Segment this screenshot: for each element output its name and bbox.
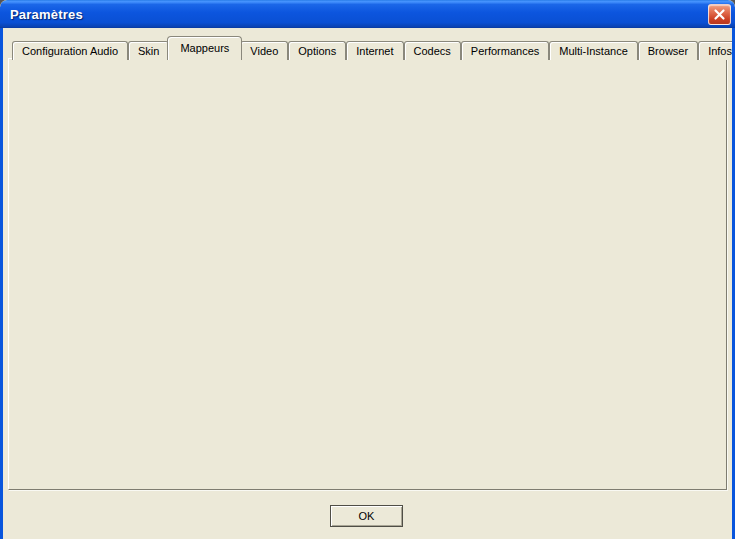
titlebar[interactable]: Paramètres xyxy=(0,0,735,28)
tab-configuration-audio[interactable]: Configuration Audio xyxy=(12,41,128,60)
tab-multi-instance[interactable]: Multi-Instance xyxy=(549,41,637,60)
close-icon xyxy=(713,8,726,21)
window-border-left xyxy=(0,28,3,539)
tab-performances[interactable]: Performances xyxy=(461,41,549,60)
tab-video[interactable]: Video xyxy=(240,41,288,60)
tab-codecs[interactable]: Codecs xyxy=(404,41,461,60)
settings-window: Paramètres Configuration AudioSkinMappeu… xyxy=(0,0,735,539)
ok-button[interactable]: OK xyxy=(330,505,403,527)
tab-skin[interactable]: Skin xyxy=(128,41,169,60)
tab-internet[interactable]: Internet xyxy=(346,41,403,60)
tab-browser[interactable]: Browser xyxy=(638,41,698,60)
tab-strip: Configuration AudioSkinMappeursVideoOpti… xyxy=(12,36,735,60)
tab-page-mappers xyxy=(8,58,727,490)
tab-options[interactable]: Options xyxy=(288,41,346,60)
tab-infos[interactable]: Infos xyxy=(698,41,735,60)
close-button[interactable] xyxy=(708,4,731,25)
tab-mappeurs[interactable]: Mappeurs xyxy=(167,36,242,60)
window-title: Paramètres xyxy=(10,7,83,22)
